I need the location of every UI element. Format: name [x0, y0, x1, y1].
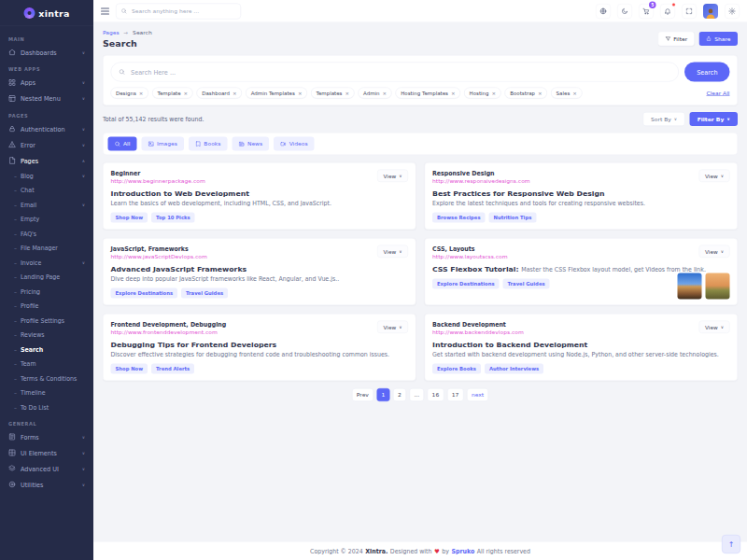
- thumbnail-image[interactable]: [706, 273, 730, 300]
- tag-remove-icon[interactable]: ×: [345, 90, 349, 96]
- scroll-to-top-button[interactable]: ↑: [722, 535, 740, 553]
- result-title-link[interactable]: Debugging Tips for Frontend Developers: [111, 341, 409, 349]
- tag-remove-icon[interactable]: ×: [233, 90, 237, 96]
- sidebar-item-authentication[interactable]: Authentication ∨: [0, 121, 93, 137]
- result-title-link[interactable]: CSS Flexbox Tutorial: Master the CSS Fle…: [432, 265, 730, 273]
- search-tag-hosting-templates[interactable]: Hosting Templates ×: [396, 88, 460, 99]
- sidebar-subitem-label: Profile Settings: [21, 317, 64, 325]
- share-button[interactable]: Share: [699, 32, 738, 46]
- sidebar-item-dashboards[interactable]: Dashboards ∨: [0, 45, 93, 61]
- tag-remove-icon[interactable]: ×: [383, 90, 388, 96]
- prev-page-button[interactable]: Prev: [352, 388, 374, 401]
- sidebar-item-ui-elements[interactable]: Ui Elements ∨: [0, 445, 93, 461]
- result-url-link[interactable]: http://www.beginnerpackage.com: [111, 178, 205, 185]
- sidebar-subitem-file-manager[interactable]: – File Manager: [0, 241, 93, 256]
- result-title-link[interactable]: Best Practices for Responsive Web Design: [432, 189, 730, 198]
- page-button-1[interactable]: 1: [376, 388, 389, 401]
- view-button[interactable]: View∨: [699, 321, 730, 334]
- view-button[interactable]: View∨: [377, 245, 408, 259]
- sidebar-item-utilities[interactable]: Utilities ∨: [0, 477, 93, 493]
- page-button-2[interactable]: 2: [393, 388, 406, 401]
- search-submit-button[interactable]: Search: [684, 63, 729, 82]
- result-url-link[interactable]: http://www.backenddevlops.com: [432, 329, 524, 336]
- search-tag-sales[interactable]: Sales ×: [551, 88, 582, 99]
- main-search-input[interactable]: [130, 68, 671, 77]
- search-tag-dashboard[interactable]: Dashboard ×: [197, 88, 242, 99]
- view-button[interactable]: View∨: [699, 245, 730, 259]
- sidebar-subitem-search[interactable]: – Search: [0, 343, 93, 357]
- breadcrumb-pages-link[interactable]: Pages: [103, 29, 120, 35]
- search-tag-templates[interactable]: Templates ×: [311, 88, 355, 99]
- page-button-16[interactable]: 16: [428, 388, 444, 401]
- brand-logo[interactable]: xintra: [0, 0, 93, 26]
- language-button[interactable]: [596, 4, 611, 19]
- result-url-link[interactable]: http://www.javaScriptDevlops.com: [111, 254, 207, 260]
- filter-by-button[interactable]: Filter By ∨: [690, 112, 738, 126]
- cart-button[interactable]: 5: [639, 4, 654, 19]
- result-url-link[interactable]: http://www.responsivedesigns.com: [432, 178, 530, 185]
- tag-remove-icon[interactable]: ×: [572, 90, 577, 96]
- tag-remove-icon[interactable]: ×: [298, 90, 303, 96]
- sidebar-subitem-profile[interactable]: – Profile: [0, 299, 93, 314]
- search-tag-bootstrap[interactable]: Bootstrap ×: [505, 88, 547, 99]
- search-tag-designs[interactable]: Designs ×: [111, 88, 148, 99]
- sidebar-subitem-chat[interactable]: – Chat: [0, 183, 93, 198]
- fullscreen-button[interactable]: [682, 4, 697, 19]
- thumbnail-image[interactable]: [678, 273, 702, 300]
- result-title-link[interactable]: Introduction to Backend Development: [432, 341, 730, 349]
- sidebar-subitem-landing-page[interactable]: – Landing Page: [0, 270, 93, 285]
- tag-remove-icon[interactable]: ×: [538, 90, 543, 96]
- sidebar-subitem-email[interactable]: – Email ∨: [0, 198, 93, 213]
- tab-videos[interactable]: Videos: [274, 137, 314, 151]
- view-button[interactable]: View∨: [377, 170, 408, 183]
- clear-all-link[interactable]: Clear All: [706, 90, 729, 96]
- sort-by-button[interactable]: Sort By ∨: [642, 112, 684, 126]
- tab-news[interactable]: News: [232, 137, 269, 151]
- search-tag-template[interactable]: Template ×: [152, 88, 193, 99]
- result-url-link[interactable]: http://www.layoutscss.com: [432, 254, 508, 260]
- sidebar-item-nested-menu[interactable]: Nested Menu ∨: [0, 91, 93, 106]
- sidebar-subitem-terms-conditions[interactable]: – Terms & Conditions: [0, 371, 93, 386]
- tab-images[interactable]: Images: [141, 137, 183, 151]
- tag-remove-icon[interactable]: ×: [492, 90, 497, 96]
- sidebar-subitem-faq-s[interactable]: – FAQ's: [0, 227, 93, 242]
- view-button[interactable]: View∨: [699, 170, 730, 183]
- tag-remove-icon[interactable]: ×: [139, 90, 144, 96]
- search-tag-admin[interactable]: Admin ×: [359, 88, 392, 99]
- next-page-button[interactable]: next: [467, 388, 488, 401]
- tag-remove-icon[interactable]: ×: [451, 90, 456, 96]
- page-button[interactable]: ...: [409, 388, 424, 401]
- header-search-input[interactable]: [131, 7, 236, 15]
- sidebar-item-error[interactable]: Error ∨: [0, 137, 93, 153]
- result-title-link[interactable]: Introduction to Web Development: [111, 189, 409, 198]
- sidebar-subitem-timeline[interactable]: – Timeline: [0, 385, 93, 400]
- sidebar-item-apps[interactable]: Apps ∨: [0, 75, 93, 91]
- user-avatar[interactable]: [703, 4, 718, 19]
- tag-remove-icon[interactable]: ×: [184, 90, 189, 96]
- search-tag-hosting[interactable]: Hosting ×: [464, 88, 501, 99]
- result-url-link[interactable]: http://www.frontenddevelopment.com: [111, 329, 227, 336]
- sidebar-subitem-profile-settings[interactable]: – Profile Settings: [0, 314, 93, 329]
- sidebar-item-pages[interactable]: Pages ∧: [0, 153, 93, 169]
- result-title-link[interactable]: Advanced JavaScript Frameworks: [111, 265, 409, 273]
- tab-all[interactable]: All: [108, 137, 137, 151]
- credit-link[interactable]: Spruko: [451, 548, 474, 555]
- sidebar-toggle-button[interactable]: [101, 7, 109, 14]
- sidebar-subitem-team[interactable]: – Team: [0, 357, 93, 371]
- search-tag-admin-templates[interactable]: Admin Templates ×: [246, 88, 307, 99]
- dark-mode-button[interactable]: [617, 4, 632, 19]
- notifications-button[interactable]: [660, 4, 675, 19]
- sidebar-subitem-empty[interactable]: – Empty: [0, 212, 93, 227]
- sidebar-item-advanced-ui[interactable]: Advanced UI ∨: [0, 461, 93, 477]
- sidebar-item-forms[interactable]: Forms ∨: [0, 429, 93, 445]
- page-button-17[interactable]: 17: [447, 388, 464, 401]
- view-button[interactable]: View∨: [377, 321, 408, 334]
- settings-button[interactable]: [725, 4, 740, 19]
- sidebar-subitem-to-do-list[interactable]: – To Do List: [0, 400, 93, 415]
- filter-button[interactable]: Filter: [658, 32, 695, 46]
- tab-books[interactable]: Books: [189, 137, 228, 151]
- sidebar-subitem-blog[interactable]: – Blog ∨: [0, 169, 93, 184]
- sidebar-subitem-reviews[interactable]: – Reviews: [0, 328, 93, 343]
- sidebar-subitem-invoice[interactable]: – Invoice ∨: [0, 256, 93, 271]
- sidebar-subitem-pricing[interactable]: – Pricing: [0, 285, 93, 300]
